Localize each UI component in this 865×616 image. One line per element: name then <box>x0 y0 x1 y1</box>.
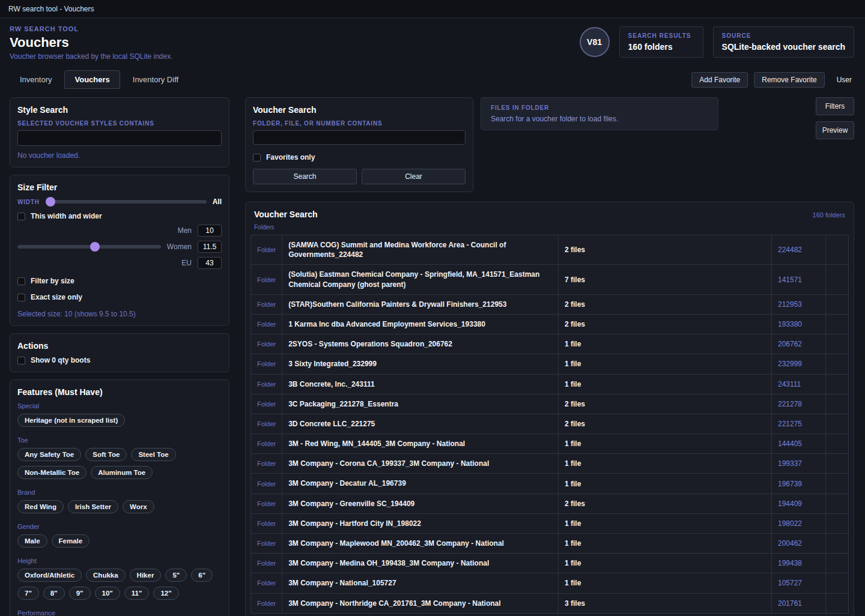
body-layout: Style Search SELECTED VOUCHER STYLES CON… <box>10 97 854 616</box>
folder-badge: Folder <box>257 276 276 283</box>
clear-button[interactable]: Clear <box>362 169 466 184</box>
file-count: 1 file <box>559 454 772 474</box>
folder-badge-cell: Folder <box>251 334 282 354</box>
folder-number: 199438 <box>772 554 826 573</box>
app-root: RW SEARCH TOOL Vouchers Voucher browser … <box>0 18 865 616</box>
filters-button[interactable]: Filters <box>816 97 854 115</box>
men-size-row: Men <box>17 225 222 237</box>
file-count: 3 files <box>559 593 772 613</box>
style-search-title: Style Search <box>17 105 222 115</box>
folder-badge-cell: Folder <box>251 374 282 394</box>
table-row[interactable]: Folder1 Karma Inc dba Advanced Employmen… <box>251 314 849 334</box>
folder-number: 199337 <box>772 454 826 474</box>
exact-size-only-checkbox[interactable]: Exact size only <box>17 293 222 301</box>
width-value: All <box>213 198 222 206</box>
results-title: Voucher Search <box>254 210 318 219</box>
women-size-input[interactable] <box>198 241 222 253</box>
style-search-input[interactable] <box>17 130 222 146</box>
feature-chip[interactable]: Male <box>17 534 47 548</box>
table-row[interactable]: Folder(SAMWA COG) Summit and Medina Work… <box>251 235 849 265</box>
row-extra-cell <box>826 534 849 554</box>
width-slider[interactable] <box>46 200 207 204</box>
size-slider-thumb[interactable] <box>90 242 100 252</box>
folder-badge: Folder <box>257 321 276 328</box>
stat-value: SQLite-backed voucher search <box>722 42 845 52</box>
feature-chip[interactable]: Red Wing <box>17 500 64 513</box>
table-row[interactable]: Folder3M Company - National_1057271 file… <box>251 573 849 593</box>
table-row[interactable]: Folder3D Concrete LLC_2212752 files22127… <box>251 414 849 433</box>
feature-chip[interactable]: Irish Setter <box>68 500 118 513</box>
table-row[interactable]: Folder2SYOS - Systems Operations Squadro… <box>251 334 849 354</box>
feature-chip[interactable]: Heritage (not in scraped list) <box>17 414 125 427</box>
feature-chip[interactable]: Aluminum Toe <box>91 466 153 479</box>
favorites-only-checkbox[interactable]: Favorites only <box>253 153 466 162</box>
feature-chip[interactable]: Non-Metallic Toe <box>17 466 86 479</box>
feature-chip[interactable]: 8" <box>43 587 65 600</box>
men-size-input[interactable] <box>198 225 222 237</box>
preview-button[interactable]: Preview <box>816 121 854 139</box>
table-row[interactable]: Folder3M Company - Corona CA_199337_3M C… <box>251 454 849 474</box>
table-row[interactable]: Folder3M Company - Hartford City IN_1980… <box>251 513 849 533</box>
width-and-wider-checkbox[interactable]: This width and wider <box>17 212 222 220</box>
width-slider-row: WIDTH All <box>17 198 222 206</box>
main-area: Voucher Search FOLDER, FILE, OR NUMBER C… <box>245 97 854 616</box>
feature-chip[interactable]: 5" <box>165 569 187 582</box>
table-row[interactable]: Folder3B Concrete, Inc._2431111 file2431… <box>251 374 849 394</box>
folder-badge-cell: Folder <box>251 573 282 593</box>
size-slider[interactable] <box>17 245 161 249</box>
folder-name: 3B Concrete, Inc._243111 <box>282 374 559 394</box>
table-row[interactable]: Folder3C Packaging_221278_Essentra2 file… <box>251 394 849 414</box>
feature-chip[interactable]: Worx <box>123 500 154 513</box>
table-row[interactable]: Folder(Solutia) Eastman Chemical Company… <box>251 265 849 294</box>
feature-chip[interactable]: Oxford/Athletic <box>17 569 82 582</box>
feature-chip[interactable]: Chukka <box>86 569 126 582</box>
row-extra-cell <box>826 593 849 613</box>
filter-by-size-checkbox[interactable]: Filter by size <box>17 277 222 285</box>
table-row[interactable]: Folder3M Company - Decatur AL_1967391 fi… <box>251 474 849 494</box>
feature-chip[interactable]: Steel Toe <box>131 448 175 461</box>
remove-favorite-button[interactable]: Remove Favorite <box>754 72 824 88</box>
tab-vouchers[interactable]: Vouchers <box>64 70 120 89</box>
side-buttons: Filters Preview <box>816 97 854 139</box>
folder-badge: Folder <box>257 400 276 408</box>
feature-chip[interactable]: 9" <box>69 587 91 600</box>
folder-badge-cell: Folder <box>251 494 282 513</box>
tab-inventory-diff[interactable]: Inventory Diff <box>123 70 189 89</box>
file-count: 1 file <box>559 534 772 554</box>
feature-chip[interactable]: Soft Toe <box>85 448 127 461</box>
search-button[interactable]: Search <box>253 169 357 184</box>
eu-size-input[interactable] <box>198 257 222 269</box>
feature-chip[interactable]: 10" <box>95 587 120 600</box>
feature-chip[interactable]: 7" <box>17 587 39 600</box>
feature-chip[interactable]: Any Safety Toe <box>17 448 81 461</box>
feature-chip[interactable]: 6" <box>191 569 213 582</box>
table-row[interactable]: Folder3M Company - Maplewood MN_200462_3… <box>251 534 849 554</box>
feature-chip[interactable]: 12" <box>153 587 178 600</box>
file-count: 1 file <box>559 554 772 573</box>
stat-box: SEARCH RESULTS 160 folders <box>619 26 703 58</box>
table-row[interactable]: Folder3M Company - Northridge CA_201761_… <box>251 593 849 613</box>
feature-chip[interactable]: Hiker <box>130 569 162 582</box>
file-count: 1 file <box>559 334 772 354</box>
folder-badge-cell: Folder <box>251 534 282 554</box>
user-label: User <box>837 76 852 84</box>
feature-chip[interactable]: 11" <box>124 587 150 600</box>
show-zero-qty-checkbox[interactable]: Show 0 qty boots <box>17 356 222 364</box>
actions-title: Actions <box>17 341 222 351</box>
table-row[interactable]: Folder(STAR)Southern California Painters… <box>251 294 849 314</box>
voucher-search-input[interactable] <box>253 130 466 145</box>
table-row[interactable]: Folder3 Sixty Integrated_2329991 file232… <box>251 354 849 374</box>
table-row[interactable]: Folder3M - Red Wing, MN_144405_3M Compan… <box>251 434 849 454</box>
folder-name: (STAR)Southern California Painters & Dry… <box>282 294 559 314</box>
tab-bar: InventoryVouchersInventory Diff <box>10 70 189 89</box>
tab-inventory[interactable]: Inventory <box>10 70 62 89</box>
add-favorite-button[interactable]: Add Favorite <box>691 72 748 88</box>
feature-group-label: Brand <box>17 489 222 496</box>
table-row[interactable]: Folder3M Company - Greenville SC_1944092… <box>251 494 849 513</box>
width-slider-thumb[interactable] <box>46 197 55 207</box>
folder-badge: Folder <box>257 381 276 388</box>
table-row[interactable]: Folder3M Company - Medina OH_199438_3M C… <box>251 554 849 573</box>
row-extra-cell <box>826 314 849 334</box>
folder-badge-cell: Folder <box>251 454 282 474</box>
feature-chip[interactable]: Female <box>52 534 90 548</box>
